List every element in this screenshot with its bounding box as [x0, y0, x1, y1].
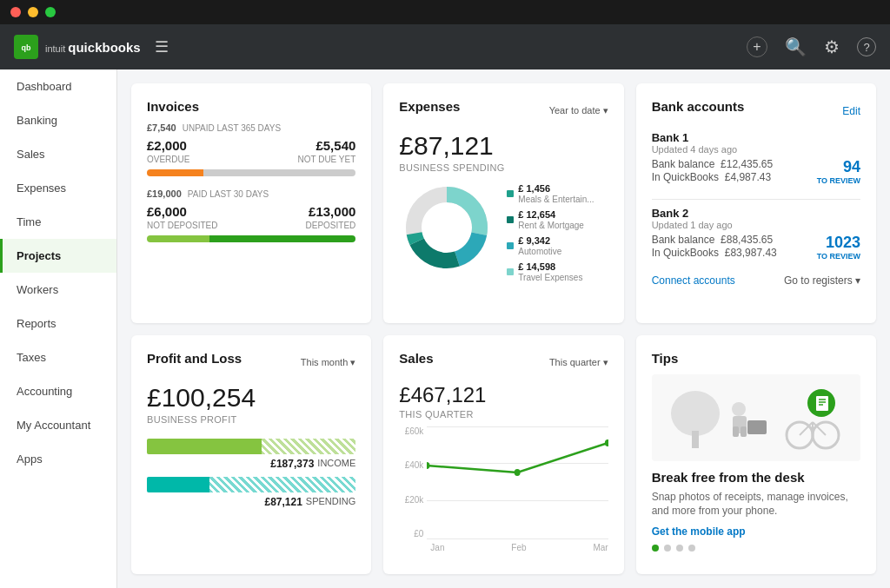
- minimize-button[interactable]: [28, 7, 38, 17]
- overdue-row: £2,000 £5,540: [147, 138, 355, 153]
- tips-card-title: Break free from the desk: [652, 470, 860, 485]
- sidebar-item-reports[interactable]: Reports: [0, 307, 116, 340]
- bank1-updated: Updated 4 days ago: [652, 144, 860, 155]
- legend-item-travel: £ 14,598 Travel Expenses: [507, 261, 594, 282]
- bank1-balance-row: Bank balance £12,435.65 In QuickBooks £4…: [652, 158, 860, 185]
- spending-label: SPENDING: [306, 496, 355, 508]
- bank2-review-count: 1023: [817, 234, 860, 252]
- bank-accounts-title: Bank accounts: [652, 99, 745, 114]
- spending-bar-solid: [147, 477, 209, 492]
- edit-link[interactable]: Edit: [842, 105, 860, 117]
- pnl-period-dropdown[interactable]: This month ▾: [301, 357, 355, 368]
- svg-rect-16: [741, 426, 747, 437]
- bank1-review-count: 94: [817, 158, 860, 176]
- bank1-amounts: Bank balance £12,435.65 In QuickBooks £4…: [652, 158, 773, 184]
- deposited-amount: £13,000: [309, 204, 355, 219]
- invoices-card: Invoices £7,540 UNPAID LAST 365 DAYS £2,…: [131, 83, 371, 323]
- tips-cta-link[interactable]: Get the mobile app: [652, 525, 860, 538]
- svg-rect-15: [733, 426, 739, 437]
- not-deposited-bar-fill: [147, 235, 209, 242]
- settings-icon[interactable]: ⚙: [824, 36, 840, 57]
- overdue-bar-fill: [147, 169, 203, 176]
- tips-dot-1[interactable]: [652, 545, 659, 552]
- sidebar-item-banking[interactable]: Banking: [0, 103, 116, 137]
- sales-line-chart: [427, 426, 608, 539]
- header: qb intuit quickbooks ☰ + 🔍 ⚙ ?: [0, 24, 890, 69]
- header-right: + 🔍 ⚙ ?: [747, 36, 876, 57]
- menu-button[interactable]: ☰: [155, 37, 169, 56]
- svg-point-11: [671, 391, 720, 436]
- not-due-bar-fill: [203, 169, 355, 176]
- overdue-progress-bar: [147, 169, 355, 176]
- svg-rect-12: [692, 431, 699, 448]
- legend-dot-rent: [507, 216, 514, 223]
- spending-bar-track: [147, 477, 355, 492]
- sidebar-item-time[interactable]: Time: [0, 205, 116, 239]
- income-label: INCOME: [317, 458, 355, 470]
- expenses-legend: £ 1,456 Meals & Entertain... £ 12,654 Re…: [507, 183, 594, 282]
- overdue-label: OVERDUE: [147, 155, 189, 164]
- sidebar-item-taxes[interactable]: Taxes: [0, 340, 116, 374]
- expenses-period-dropdown[interactable]: Year to date ▾: [549, 105, 608, 116]
- profit-loss-card: Profit and Loss This month ▾ £100,254 BU…: [131, 335, 371, 575]
- add-icon[interactable]: +: [747, 36, 767, 57]
- paid-label: £19,000 PAID LAST 30 DAYS: [147, 188, 355, 199]
- not-deposited-left: £6,000: [147, 204, 187, 219]
- income-amount: £187,373: [270, 458, 314, 470]
- bank2-review-label: TO REVIEW: [817, 252, 860, 261]
- logo-text: intuit quickbooks: [45, 38, 141, 56]
- sales-chart: £60k £40k £20k £0: [399, 426, 608, 552]
- tips-pagination-dots: [652, 545, 860, 552]
- sidebar-item-accounting[interactable]: Accounting: [0, 374, 116, 408]
- overdue-left: £2,000: [147, 138, 187, 153]
- maximize-button[interactable]: [45, 7, 56, 17]
- legend-dot-meals: [507, 190, 514, 197]
- expenses-header: Expenses Year to date ▾: [399, 99, 608, 122]
- not-deposited-amount: £6,000: [147, 204, 187, 219]
- svg-rect-17: [747, 420, 767, 434]
- search-icon[interactable]: 🔍: [785, 36, 807, 57]
- bank2-section: Bank 2 Updated 1 day ago Bank balance £8…: [652, 207, 860, 261]
- not-due-amount: £5,540: [315, 138, 355, 153]
- close-button[interactable]: [10, 7, 21, 17]
- sidebar-item-dashboard[interactable]: Dashboard: [0, 69, 116, 103]
- overdue-label-row: OVERDUE NOT DUE YET: [147, 155, 355, 164]
- content-area: Invoices £7,540 UNPAID LAST 365 DAYS £2,…: [117, 69, 890, 588]
- bank2-balance-row: Bank balance £88,435.65 In QuickBooks £8…: [652, 234, 860, 261]
- sidebar-item-sales[interactable]: Sales: [0, 137, 116, 171]
- bank-divider: [652, 199, 860, 200]
- invoices-title: Invoices: [147, 99, 355, 114]
- bank2-updated: Updated 1 day ago: [652, 220, 860, 230]
- deposited-bar-fill: [209, 235, 355, 242]
- tips-dot-3[interactable]: [676, 545, 683, 552]
- tips-dot-2[interactable]: [664, 545, 671, 552]
- help-icon[interactable]: ?: [857, 37, 876, 56]
- sidebar-item-my-accountant[interactable]: My Accountant: [0, 408, 116, 442]
- sidebar-item-workers[interactable]: Workers: [0, 273, 116, 307]
- pnl-bars: £187,373 INCOME £87,121 SPENDING: [147, 439, 355, 508]
- bank2-amounts: Bank balance £88,435.65 In QuickBooks £8…: [652, 234, 777, 260]
- bank-accounts-header: Bank accounts Edit: [652, 99, 860, 122]
- legend-item-rent: £ 12,654 Rent & Mortgage: [507, 209, 594, 230]
- bank2-name: Bank 2: [652, 207, 860, 220]
- sales-title: Sales: [399, 351, 433, 366]
- header-left: qb intuit quickbooks ☰: [14, 35, 169, 59]
- income-bar-solid: [147, 439, 262, 454]
- sidebar-item-apps[interactable]: Apps: [0, 442, 116, 476]
- tips-card-desc: Snap photos of receipts, manage invoices…: [652, 490, 860, 519]
- sales-period-dropdown[interactable]: This quarter ▾: [549, 357, 608, 368]
- income-bar-hatch: [262, 439, 355, 454]
- connect-accounts-link[interactable]: Connect accounts: [652, 274, 735, 287]
- svg-text:qb: qb: [22, 43, 31, 52]
- tips-dot-4[interactable]: [688, 545, 695, 552]
- sidebar-item-expenses[interactable]: Expenses: [0, 171, 116, 205]
- pnl-title: Profit and Loss: [147, 351, 242, 366]
- go-to-registers-link[interactable]: Go to registers ▾: [784, 274, 860, 287]
- bank1-review: 94 TO REVIEW: [817, 158, 860, 185]
- connect-row: Connect accounts Go to registers ▾: [652, 274, 860, 287]
- sidebar-item-projects[interactable]: Projects: [0, 239, 116, 273]
- income-label-row: £187,373 INCOME: [147, 458, 355, 470]
- y-axis: £60k £40k £20k £0: [399, 426, 427, 539]
- deposited-row: £6,000 £13,000: [147, 204, 355, 219]
- not-due-label: NOT DUE YET: [297, 155, 355, 164]
